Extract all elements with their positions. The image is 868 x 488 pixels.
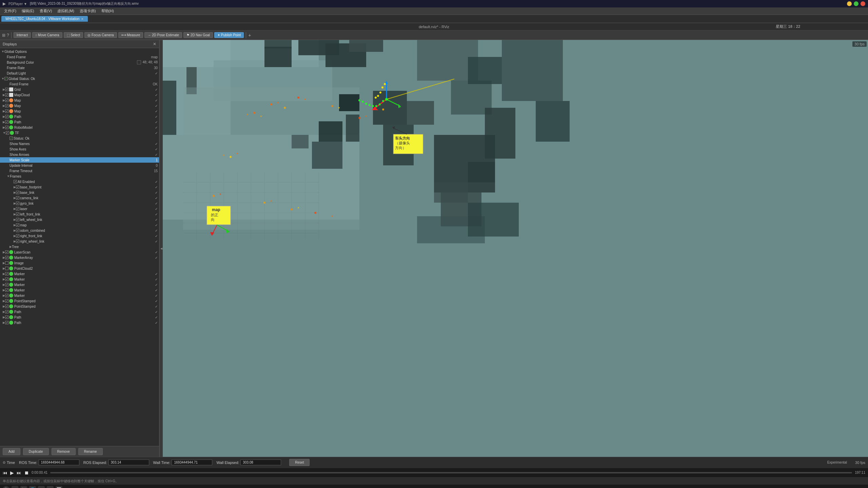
path2-item[interactable]: Path ✓ xyxy=(0,119,159,125)
all-enabled-row[interactable]: All Enabled ✓ xyxy=(0,179,159,184)
map1-item[interactable]: Map ✓ xyxy=(0,98,159,103)
reset-btn[interactable]: Reset xyxy=(289,459,310,466)
left-wheel-link-row[interactable]: left_wheel_link ✓ xyxy=(0,217,159,222)
tabbar: WHEELTEC_Ubuntu18.04 - VMware Workstatio… xyxy=(0,15,868,23)
path-c-item[interactable]: Path ✓ xyxy=(0,320,159,325)
background-color-row[interactable]: Background Color 48; 48; 48 xyxy=(0,60,159,65)
right-wheel-link-row[interactable]: right_wheel_link ✓ xyxy=(0,239,159,244)
select-btn[interactable]: ⬚ Select xyxy=(64,32,83,38)
taskbar-icon-browser[interactable]: 🌐 xyxy=(29,486,36,488)
marker-b-item[interactable]: Marker ✓ xyxy=(0,277,159,282)
pointstamped-b-item[interactable]: PointStamped ✓ xyxy=(0,304,159,309)
minimize-btn[interactable] xyxy=(847,1,852,6)
marker-c-item[interactable]: Marker ✓ xyxy=(0,282,159,287)
time-toggle[interactable]: ⊙ Time xyxy=(3,461,15,465)
rviz-viewport[interactable]: map 的正 向 车头方向 （摄像头 方向） xyxy=(163,40,868,457)
menu-view[interactable]: 查看(V) xyxy=(37,8,55,14)
camera-link-row[interactable]: camera_link ✓ xyxy=(0,195,159,201)
frames-header-row[interactable]: Frames xyxy=(0,174,159,179)
start-btn[interactable]: 🐧 xyxy=(3,486,9,488)
fixed-frame-status-row[interactable]: Fixed Frame OK xyxy=(0,81,159,87)
path1-arrow xyxy=(3,115,5,118)
publish-point-btn[interactable]: ✦ Publish Point xyxy=(214,32,244,38)
2d-nav-btn[interactable]: ⚑ 2D Nav Goal xyxy=(183,32,213,38)
map2-item[interactable]: Map ✓ xyxy=(0,103,159,108)
play-btn[interactable]: ▶ xyxy=(10,470,14,475)
displays-tree[interactable]: Global Options Fixed Frame map Backgroun… xyxy=(0,48,159,446)
marker-d-item[interactable]: Marker ✓ xyxy=(0,287,159,293)
base-footprint-row[interactable]: base_footprint ✓ xyxy=(0,184,159,190)
gyro-link-row[interactable]: gyro_link ✓ xyxy=(0,201,159,206)
pointstamped-a-item[interactable]: PointStamped ✓ xyxy=(0,298,159,304)
next-frame-btn[interactable]: ⏭ xyxy=(17,470,21,475)
progress-bar[interactable] xyxy=(50,472,852,473)
duplicate-btn[interactable]: Duplicate xyxy=(23,448,49,455)
global-options-item[interactable]: Global Options xyxy=(0,49,159,54)
map3-item[interactable]: Map ✓ xyxy=(0,108,159,114)
global-status-item[interactable]: Global Status: Ok xyxy=(0,76,159,81)
move-camera-btn[interactable]: ↕ Move Camera xyxy=(32,32,62,38)
measure-btn[interactable]: ⟷ Measure xyxy=(118,32,143,38)
marker-e-item[interactable]: Marker ✓ xyxy=(0,293,159,298)
update-interval-row[interactable]: Update Interval 0 xyxy=(0,163,159,168)
tree-node-row[interactable]: Tree xyxy=(0,244,159,249)
2d-pose-btn[interactable]: → 2D Pose Estimate xyxy=(144,32,182,38)
svg-point-29 xyxy=(331,105,333,107)
robotmodel-item[interactable]: RobotModel ✓ xyxy=(0,125,159,130)
show-axes-row[interactable]: Show Axes ✓ xyxy=(0,146,159,152)
default-light-row[interactable]: Default Light ✓ xyxy=(0,70,159,76)
map-frame-row[interactable]: map ✓ xyxy=(0,222,159,228)
path-b-item[interactable]: Path ✓ xyxy=(0,314,159,320)
grid-item[interactable]: Grid ✓ xyxy=(0,87,159,92)
menu-tabs[interactable]: 选项卡(B) xyxy=(77,8,99,14)
svg-rect-11 xyxy=(346,115,359,142)
markerarray-item[interactable]: MarkerArray ✓ xyxy=(0,255,159,260)
path-a-item[interactable]: Path ✓ xyxy=(0,309,159,314)
toolbar-icon-add[interactable]: + xyxy=(248,33,251,38)
rename-btn[interactable]: Rename xyxy=(78,448,103,455)
odom-combined-row[interactable]: odom_combined ✓ xyxy=(0,228,159,233)
menu-help[interactable]: 帮助(H) xyxy=(99,8,117,14)
laser-row[interactable]: laser ✓ xyxy=(0,206,159,211)
path1-item[interactable]: Path ✓ xyxy=(0,114,159,119)
left-front-link-row[interactable]: left_front_link ✓ xyxy=(0,211,159,217)
ros-elapsed-label: ROS Elapsed: xyxy=(83,461,107,465)
base-link-row[interactable]: base_link ✓ xyxy=(0,190,159,195)
fixed-frame-row[interactable]: Fixed Frame map xyxy=(0,54,159,60)
taskbar-icon-app[interactable]: ⬜ xyxy=(56,486,62,488)
tf-item[interactable]: TF ✓ xyxy=(0,130,159,136)
collapse-handle[interactable] xyxy=(159,40,163,457)
main-tab[interactable]: WHEELTEC_Ubuntu18.04 - VMware Workstatio… xyxy=(1,16,88,22)
taskbar-icon-code[interactable]: </> xyxy=(47,486,54,488)
menu-edit[interactable]: 编辑(E) xyxy=(19,8,37,14)
menu-vm[interactable]: 虚拟机(M) xyxy=(55,8,77,14)
menu-file[interactable]: 文件(F) xyxy=(1,8,19,14)
laserscan-item[interactable]: LaserScan ✓ xyxy=(0,249,159,255)
svg-point-77 xyxy=(384,83,386,85)
panel-close-btn[interactable]: ✕ xyxy=(153,42,156,46)
frame-timeout-row[interactable]: Frame Timeout 15 xyxy=(0,168,159,174)
add-btn[interactable]: Add xyxy=(3,448,20,455)
interact-btn[interactable]: Interact xyxy=(14,32,31,38)
tab-close[interactable]: ✕ xyxy=(81,17,84,21)
focus-camera-btn[interactable]: ◎ Focus Camera xyxy=(84,32,117,38)
maximize-btn[interactable] xyxy=(854,1,859,6)
frame-rate-row[interactable]: Frame Rate 30 xyxy=(0,65,159,70)
player-label[interactable]: PDPlayer ▼ xyxy=(8,2,27,6)
right-front-link-row[interactable]: right_front_link ✓ xyxy=(0,233,159,239)
image-item[interactable]: Image xyxy=(0,260,159,266)
show-arrows-row[interactable]: Show Arrows ✓ xyxy=(0,152,159,157)
taskbar-icon-files[interactable]: 📁 xyxy=(12,486,18,488)
taskbar-icon-vmware[interactable]: V xyxy=(38,486,45,488)
prev-frame-btn[interactable]: ⏮ xyxy=(3,470,7,475)
close-btn[interactable] xyxy=(861,1,865,6)
taskbar-icon-term[interactable]: ⬛ xyxy=(20,486,27,488)
marker-a-item[interactable]: Marker ✓ xyxy=(0,271,159,277)
marker-scale-row[interactable]: Marker Scale 1 xyxy=(0,157,159,163)
remove-btn[interactable]: Remove xyxy=(52,448,76,455)
mapcloud-item[interactable]: MapCloud ✓ xyxy=(0,92,159,98)
status-ok-row[interactable]: Status: Ok xyxy=(0,136,159,141)
show-names-row[interactable]: Show Names ✓ xyxy=(0,141,159,146)
stop-btn[interactable]: ⏹ xyxy=(24,470,29,475)
pointcloud2-item[interactable]: PointCloud2 xyxy=(0,266,159,271)
